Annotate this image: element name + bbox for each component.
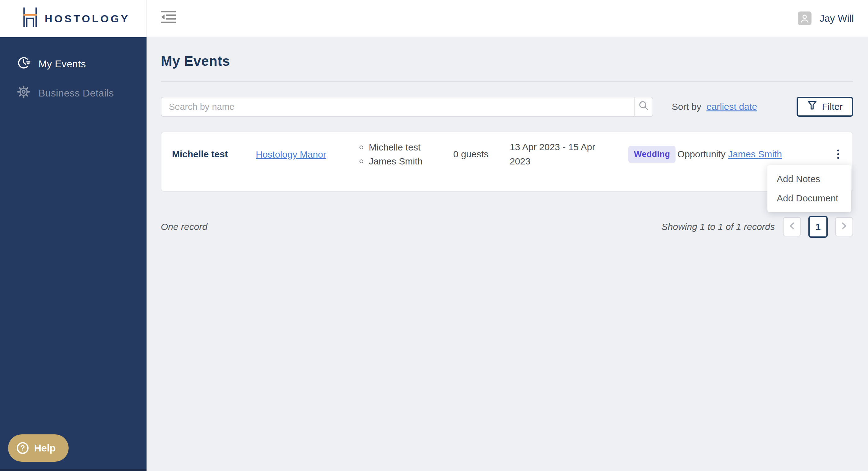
row-actions-menu: Add Notes Add Document bbox=[767, 165, 851, 212]
event-contacts: Michelle test James Smith bbox=[360, 140, 453, 168]
opportunity-label: Opportunity bbox=[677, 149, 725, 159]
event-type-badge: Wedding bbox=[628, 146, 676, 163]
search-box bbox=[161, 97, 653, 117]
sidebar-collapse-button[interactable] bbox=[160, 11, 178, 26]
event-type-cell: Wedding bbox=[628, 146, 677, 163]
pagination: Showing 1 to 1 of 1 records 1 bbox=[661, 216, 853, 238]
sidebar-item-label: Business Details bbox=[38, 88, 114, 99]
menu-item-add-document[interactable]: Add Document bbox=[767, 189, 851, 208]
bullet-icon bbox=[360, 160, 363, 163]
event-guests: 0 guests bbox=[453, 149, 510, 160]
opportunity-contact-link[interactable]: James Smith bbox=[728, 149, 782, 159]
event-row: Michelle test Hostology Manor Michelle t… bbox=[161, 132, 853, 192]
event-dates-cell: 13 Apr 2023 - 15 Apr 2023 bbox=[510, 140, 628, 168]
user-menu[interactable]: Jay Will bbox=[798, 11, 854, 25]
prev-page-button[interactable] bbox=[783, 217, 801, 236]
event-dates: 13 Apr 2023 - 15 Apr 2023 bbox=[510, 140, 617, 168]
help-button-label: Help bbox=[34, 442, 56, 454]
logo[interactable]: HOSTOLOGY bbox=[0, 0, 147, 37]
question-circle-icon: ? bbox=[17, 442, 29, 454]
list-footer: One record Showing 1 to 1 of 1 records 1 bbox=[161, 216, 853, 238]
page-title: My Events bbox=[161, 54, 853, 69]
next-page-button[interactable] bbox=[835, 217, 853, 236]
gear-icon bbox=[17, 85, 30, 101]
filter-button[interactable]: Filter bbox=[797, 97, 853, 117]
bullet-icon bbox=[360, 145, 363, 149]
toolbar: Sort by earliest date Filter bbox=[161, 97, 853, 117]
contact-name: Michelle test bbox=[369, 140, 421, 154]
main-content: My Events Sort by earliest date bbox=[147, 38, 868, 471]
venue-link[interactable]: Hostology Manor bbox=[256, 149, 326, 160]
collapse-menu-icon bbox=[160, 10, 176, 27]
help-button[interactable]: ? Help bbox=[8, 434, 69, 462]
row-actions-kebab-icon[interactable] bbox=[833, 147, 844, 161]
chevron-right-icon bbox=[840, 221, 848, 233]
filter-button-label: Filter bbox=[822, 101, 843, 112]
sidebar-item-label: My Events bbox=[38, 58, 86, 70]
page-number-button[interactable]: 1 bbox=[808, 216, 828, 238]
sort-by-label: Sort by bbox=[672, 101, 701, 112]
header: Jay Will bbox=[147, 0, 868, 37]
funnel-icon bbox=[807, 100, 817, 113]
contact-item: James Smith bbox=[360, 154, 453, 168]
search-input[interactable] bbox=[161, 97, 634, 116]
showing-records-text: Showing 1 to 1 of 1 records bbox=[661, 222, 775, 232]
event-venue-cell: Hostology Manor bbox=[256, 148, 360, 160]
contact-name: James Smith bbox=[369, 154, 423, 168]
user-name: Jay Will bbox=[819, 13, 854, 24]
sidebar-nav: My Events Business Details bbox=[0, 52, 147, 110]
app: My Events Business Details bbox=[0, 0, 868, 471]
search-icon bbox=[638, 100, 649, 113]
avatar bbox=[798, 11, 811, 25]
sort-by: Sort by earliest date bbox=[672, 101, 757, 112]
contact-item: Michelle test bbox=[360, 140, 453, 154]
chevron-left-icon bbox=[788, 221, 796, 233]
event-opportunity: Opportunity James Smith bbox=[677, 149, 833, 160]
sidebar-item-my-events[interactable]: My Events bbox=[0, 52, 147, 76]
sort-by-link[interactable]: earliest date bbox=[706, 101, 757, 112]
event-name: Michelle test bbox=[172, 149, 256, 160]
record-summary: One record bbox=[161, 222, 207, 232]
menu-item-add-notes[interactable]: Add Notes bbox=[767, 169, 851, 189]
logo-text: HOSTOLOGY bbox=[45, 13, 130, 25]
search-button[interactable] bbox=[634, 97, 653, 116]
sidebar-item-business-details[interactable]: Business Details bbox=[0, 81, 147, 105]
divider bbox=[161, 81, 853, 82]
clock-icon bbox=[17, 56, 30, 72]
hostology-logo-icon bbox=[22, 6, 38, 31]
sidebar: My Events Business Details bbox=[0, 0, 147, 471]
